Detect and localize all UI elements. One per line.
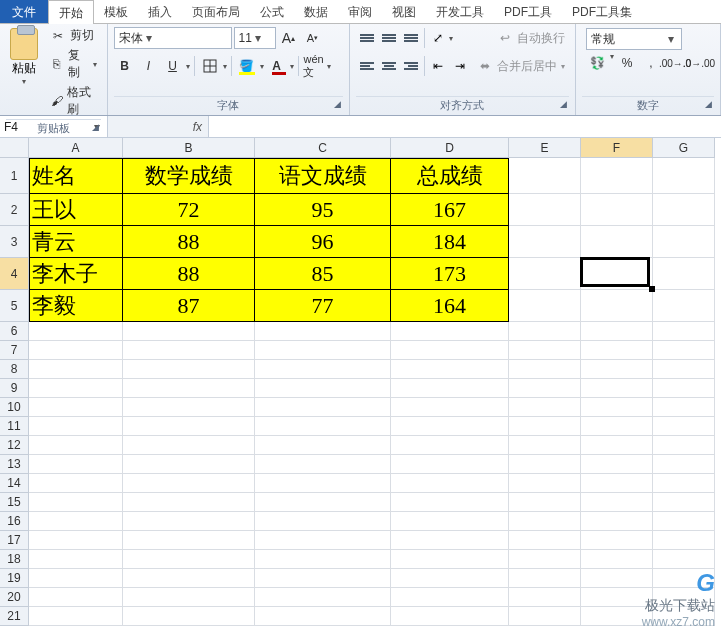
cell-B17[interactable] <box>123 531 255 550</box>
cell-A19[interactable] <box>29 569 123 588</box>
phonetic-button[interactable]: wén文 <box>303 55 325 77</box>
cell-A7[interactable] <box>29 341 123 360</box>
cell-E4[interactable] <box>509 258 581 290</box>
cell-C14[interactable] <box>255 474 391 493</box>
tab-formulas[interactable]: 公式 <box>250 0 294 23</box>
col-header-G[interactable]: G <box>653 138 715 158</box>
chevron-down-icon[interactable]: ▾ <box>252 31 264 45</box>
decrease-decimal-icon[interactable]: .0→.00 <box>688 52 710 74</box>
row-header-14[interactable]: 14 <box>0 474 29 493</box>
cell-C10[interactable] <box>255 398 391 417</box>
cell-D21[interactable] <box>391 607 509 626</box>
cell-E10[interactable] <box>509 398 581 417</box>
cell-A14[interactable] <box>29 474 123 493</box>
cell-F10[interactable] <box>581 398 653 417</box>
cell-A9[interactable] <box>29 379 123 398</box>
cell-G3[interactable] <box>653 226 715 258</box>
chevron-down-icon[interactable]: ▾ <box>260 62 264 71</box>
cell-D14[interactable] <box>391 474 509 493</box>
cell-F3[interactable] <box>581 226 653 258</box>
cell-B6[interactable] <box>123 322 255 341</box>
tab-insert[interactable]: 插入 <box>138 0 182 23</box>
accounting-format-button[interactable]: 💱 <box>586 52 608 74</box>
cell-F18[interactable] <box>581 550 653 569</box>
copy-button[interactable]: ⎘ 复制 ▾ <box>46 46 101 82</box>
cell-F14[interactable] <box>581 474 653 493</box>
cell-E19[interactable] <box>509 569 581 588</box>
tab-pdf-tool[interactable]: PDF工具 <box>494 0 562 23</box>
cell-B10[interactable] <box>123 398 255 417</box>
cell-A3[interactable]: 青云 <box>29 226 123 258</box>
chevron-down-icon[interactable]: ▾ <box>186 62 190 71</box>
cell-D20[interactable] <box>391 588 509 607</box>
cell-D15[interactable] <box>391 493 509 512</box>
cell-C3[interactable]: 96 <box>255 226 391 258</box>
chevron-down-icon[interactable]: ▾ <box>290 62 294 71</box>
cell-F17[interactable] <box>581 531 653 550</box>
tab-file[interactable]: 文件 <box>0 0 48 23</box>
align-center-icon[interactable] <box>378 55 400 77</box>
cell-A21[interactable] <box>29 607 123 626</box>
cell-G9[interactable] <box>653 379 715 398</box>
italic-button[interactable]: I <box>138 55 160 77</box>
cell-B19[interactable] <box>123 569 255 588</box>
cell-E17[interactable] <box>509 531 581 550</box>
col-header-F[interactable]: F <box>581 138 653 158</box>
dialog-launcher-icon[interactable]: ◢ <box>334 99 341 109</box>
cell-G17[interactable] <box>653 531 715 550</box>
cell-E12[interactable] <box>509 436 581 455</box>
cell-G18[interactable] <box>653 550 715 569</box>
cell-E2[interactable] <box>509 194 581 226</box>
tab-view[interactable]: 视图 <box>382 0 426 23</box>
cell-E21[interactable] <box>509 607 581 626</box>
col-header-D[interactable]: D <box>391 138 509 158</box>
chevron-down-icon[interactable]: ▾ <box>143 31 155 45</box>
cell-D19[interactable] <box>391 569 509 588</box>
cell-C11[interactable] <box>255 417 391 436</box>
cell-A10[interactable] <box>29 398 123 417</box>
fx-icon[interactable]: fx <box>193 120 202 134</box>
cell-B4[interactable]: 88 <box>123 258 255 290</box>
cell-F6[interactable] <box>581 322 653 341</box>
cell-C21[interactable] <box>255 607 391 626</box>
number-format-combo[interactable]: 常规 ▾ <box>586 28 682 50</box>
cell-E11[interactable] <box>509 417 581 436</box>
row-header-10[interactable]: 10 <box>0 398 29 417</box>
cell-F7[interactable] <box>581 341 653 360</box>
cell-C17[interactable] <box>255 531 391 550</box>
cell-G16[interactable] <box>653 512 715 531</box>
formula-input[interactable] <box>208 116 721 137</box>
row-header-19[interactable]: 19 <box>0 569 29 588</box>
font-size-combo[interactable]: 11 ▾ <box>234 27 276 49</box>
cell-F16[interactable] <box>581 512 653 531</box>
chevron-down-icon[interactable]: ▾ <box>223 62 227 71</box>
cell-A1[interactable]: 姓名 <box>29 158 123 194</box>
cell-C12[interactable] <box>255 436 391 455</box>
cell-C8[interactable] <box>255 360 391 379</box>
cell-G4[interactable] <box>653 258 715 290</box>
cell-E14[interactable] <box>509 474 581 493</box>
align-bottom-icon[interactable] <box>400 27 422 49</box>
cell-E20[interactable] <box>509 588 581 607</box>
row-header-9[interactable]: 9 <box>0 379 29 398</box>
cell-D16[interactable] <box>391 512 509 531</box>
cell-F11[interactable] <box>581 417 653 436</box>
cell-C1[interactable]: 语文成绩 <box>255 158 391 194</box>
chevron-down-icon[interactable]: ▾ <box>449 34 453 43</box>
decrease-font-icon[interactable]: A▾ <box>302 27 324 49</box>
cell-C18[interactable] <box>255 550 391 569</box>
row-header-1[interactable]: 1 <box>0 158 29 194</box>
cell-D5[interactable]: 164 <box>391 290 509 322</box>
cell-F12[interactable] <box>581 436 653 455</box>
cell-C2[interactable]: 95 <box>255 194 391 226</box>
row-header-16[interactable]: 16 <box>0 512 29 531</box>
align-middle-icon[interactable] <box>378 27 400 49</box>
cell-C16[interactable] <box>255 512 391 531</box>
percent-button[interactable]: % <box>616 52 638 74</box>
cell-B21[interactable] <box>123 607 255 626</box>
cell-A12[interactable] <box>29 436 123 455</box>
cell-G13[interactable] <box>653 455 715 474</box>
cell-E6[interactable] <box>509 322 581 341</box>
row-header-21[interactable]: 21 <box>0 607 29 626</box>
cell-G12[interactable] <box>653 436 715 455</box>
